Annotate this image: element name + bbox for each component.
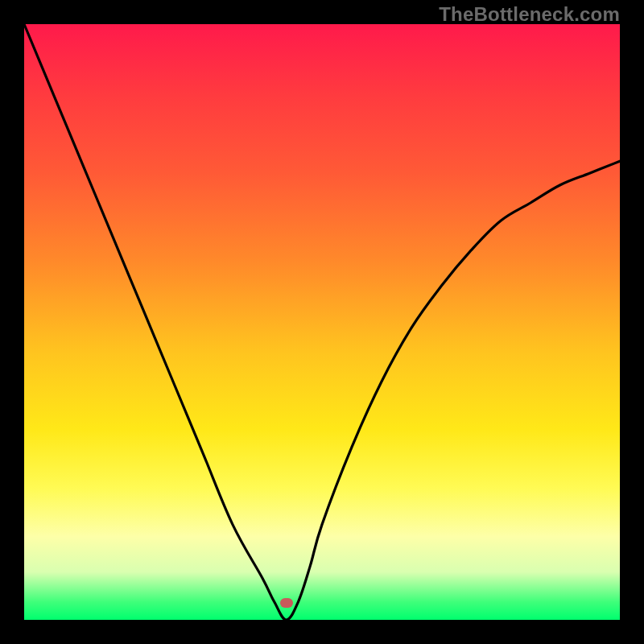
optimum-marker (280, 598, 293, 608)
chart-container: TheBottleneck.com (0, 0, 644, 644)
plot-area (24, 24, 620, 620)
watermark-text: TheBottleneck.com (439, 3, 620, 26)
bottleneck-curve (24, 24, 620, 620)
